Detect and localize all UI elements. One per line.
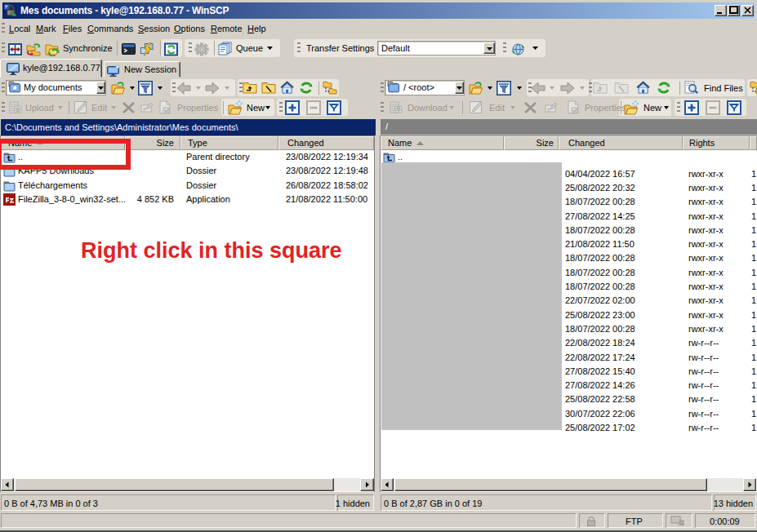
svg-text:x: x [547, 106, 550, 112]
svg-text:x: x [143, 106, 146, 112]
